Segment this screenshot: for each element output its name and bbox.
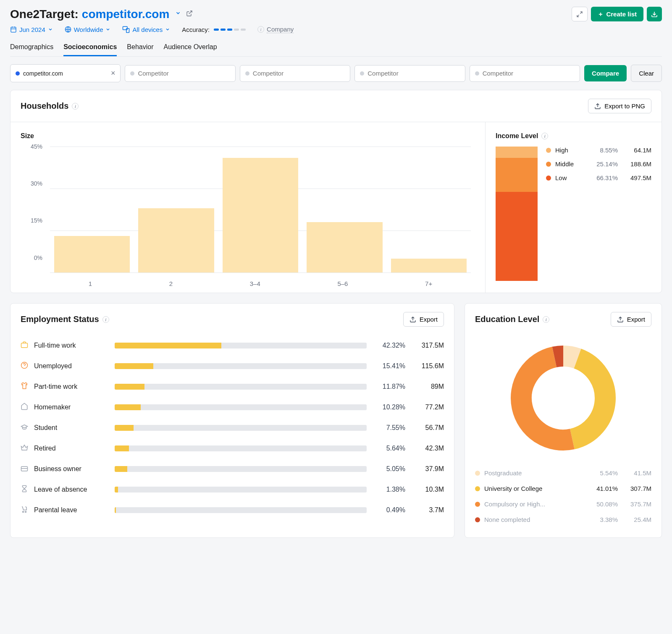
competitor-input-4[interactable] (470, 65, 580, 82)
employment-row: Unemployed 15.41% 115.6M (21, 356, 444, 376)
legend-dot (475, 486, 480, 491)
device-filter[interactable]: All devices (122, 26, 170, 33)
size-bar (138, 208, 214, 272)
svg-point-21 (23, 511, 24, 513)
employment-pct: 1.38% (372, 486, 405, 493)
y-tick: 45% (31, 143, 42, 150)
company-link[interactable]: Company (267, 26, 294, 33)
education-legend-row[interactable]: Postgraduate 5.54% 41.5M (475, 465, 651, 481)
employment-row: Homemaker 10.28% 77.2M (21, 397, 444, 417)
info-icon[interactable]: i (543, 316, 549, 323)
employment-bar (115, 425, 367, 431)
tab-demographics[interactable]: Demographics (10, 39, 53, 56)
legend-dot (475, 502, 480, 507)
svg-line-1 (580, 12, 583, 14)
education-label: Postgraduate (484, 469, 584, 477)
employment-bar (115, 343, 367, 348)
info-icon[interactable]: i (541, 133, 548, 139)
income-pct: 8.55% (588, 147, 618, 154)
competitor-input-1[interactable] (125, 65, 235, 82)
income-segment (496, 192, 538, 281)
y-tick: 15% (31, 217, 42, 224)
competitor-input-3[interactable] (354, 65, 465, 82)
tool-name: One2Target: (10, 8, 79, 21)
education-val: 307.7M (622, 485, 651, 492)
donut-segment (554, 356, 563, 357)
legend-dot (475, 517, 480, 522)
employment-label: Leave of absence (34, 486, 110, 493)
education-label: University or College (484, 485, 584, 492)
employment-bar (115, 404, 367, 410)
employment-row: Student 7.55% 56.7M (21, 417, 444, 438)
svg-rect-6 (11, 27, 16, 32)
employment-val: 10.3M (410, 486, 444, 493)
date-filter[interactable]: Jun 2024 (10, 26, 53, 33)
education-pct: 5.54% (588, 469, 618, 477)
donut-segment (572, 359, 605, 439)
employment-pct: 5.64% (372, 445, 405, 452)
income-segment (496, 158, 538, 191)
info-icon[interactable]: i (102, 316, 109, 323)
tab-socioeconomics[interactable]: Socioeconomics (63, 39, 117, 56)
employment-pct: 5.05% (372, 465, 405, 473)
home-icon (21, 403, 29, 411)
region-filter[interactable]: Worldwide (65, 26, 111, 33)
employment-val: 3.7M (410, 506, 444, 514)
education-val: 25.4M (622, 516, 651, 523)
employment-bar (115, 507, 367, 513)
competitor-chip-filled[interactable]: competitor.com × (10, 64, 121, 82)
employment-val: 115.6M (410, 362, 444, 370)
legend-dot (546, 148, 551, 153)
employment-label: Business owner (34, 465, 110, 473)
employment-row: Parental leave 0.49% 3.7M (21, 500, 444, 520)
info-icon[interactable]: i (72, 103, 79, 110)
employment-val: 317.5M (410, 342, 444, 349)
svg-rect-13 (126, 29, 129, 33)
tab-audience-overlap[interactable]: Audience Overlap (163, 39, 217, 56)
income-title: Income Level (496, 132, 538, 140)
compare-button[interactable]: Compare (584, 65, 627, 81)
clear-button[interactable]: Clear (631, 65, 662, 82)
employment-title: Employment Status (21, 314, 99, 324)
create-list-button[interactable]: Create list (591, 7, 643, 21)
export-png-button[interactable]: Export to PNG (588, 99, 651, 113)
education-card: Education Level i Export Postgraduate 5.… (465, 303, 662, 538)
export-button[interactable]: Export (403, 312, 444, 327)
legend-dot (546, 162, 551, 167)
employment-label: Full-time work (34, 342, 110, 349)
income-val: 497.5M (622, 174, 651, 181)
education-legend-row[interactable]: University or College 41.01% 307.7M (475, 481, 651, 496)
info-icon[interactable]: i (257, 26, 264, 33)
income-val: 64.1M (622, 147, 651, 154)
employment-row: Business owner 5.05% 37.9M (21, 458, 444, 479)
education-legend-row[interactable]: None completed 3.38% 25.4M (475, 512, 651, 527)
competitor-input-2[interactable] (240, 65, 350, 82)
education-donut (504, 339, 622, 457)
employment-val: 42.3M (410, 445, 444, 452)
education-val: 41.5M (622, 469, 651, 477)
x-label: 2 (169, 280, 173, 287)
tab-behavior[interactable]: Behavior (127, 39, 153, 56)
education-label: None completed (484, 516, 584, 523)
education-pct: 3.38% (588, 516, 618, 523)
close-icon[interactable]: × (111, 69, 116, 78)
employment-pct: 7.55% (372, 424, 405, 432)
income-pct: 66.31% (588, 174, 618, 181)
external-link-icon[interactable] (186, 10, 193, 18)
employment-label: Student (34, 424, 110, 432)
download-button[interactable] (647, 7, 662, 21)
employment-bar (115, 487, 367, 493)
export-button[interactable]: Export (611, 312, 651, 327)
chevron-down-icon[interactable] (175, 10, 181, 18)
employment-label: Retired (34, 445, 110, 452)
employment-label: Part-time work (34, 383, 110, 390)
legend-dot (475, 471, 480, 476)
x-label: 3–4 (250, 280, 260, 287)
employment-row: Full-time work 42.32% 317.5M (21, 335, 444, 356)
svg-line-0 (189, 11, 192, 14)
education-legend-row[interactable]: Compulsory or High... 50.08% 375.7M (475, 496, 651, 512)
expand-button[interactable] (572, 7, 588, 21)
accuracy-label: Accuracy: (182, 26, 210, 33)
x-label: 5–6 (337, 280, 348, 287)
domain-name[interactable]: competitor.com (82, 8, 169, 21)
